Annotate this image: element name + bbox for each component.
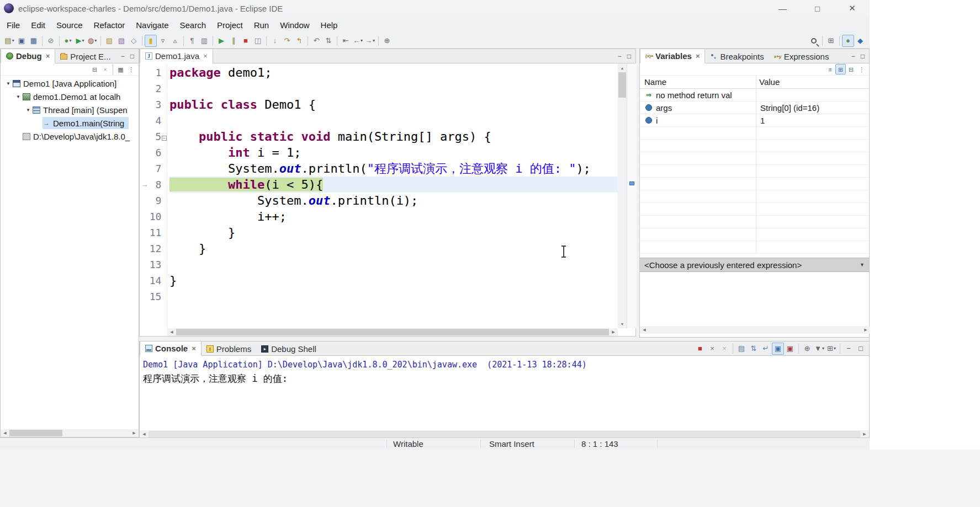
variable-row[interactable]: ⇒no method return val xyxy=(640,89,869,102)
code-area[interactable]: package demo1;public class Demo1 { publi… xyxy=(167,63,618,328)
scroll-track[interactable] xyxy=(9,429,130,437)
code-line[interactable] xyxy=(169,113,618,129)
display-selected-console-button[interactable]: ▼▾ xyxy=(813,343,825,355)
tab-breakpoints[interactable]: Breakpoints xyxy=(705,49,769,63)
terminate-console-button[interactable]: ■ xyxy=(694,343,706,355)
use-step-filters-button[interactable]: ⇅ xyxy=(322,35,335,47)
scroll-track[interactable] xyxy=(649,326,861,334)
overview-ruler[interactable] xyxy=(627,63,637,328)
expanded-chevron-icon[interactable]: ▼ xyxy=(24,108,33,113)
menu-item-refactor[interactable]: Refactor xyxy=(88,17,131,33)
open-console-button[interactable]: ⊞▾ xyxy=(825,343,838,355)
gutter-row[interactable]: 1 xyxy=(140,65,167,81)
code-line[interactable]: public class Demo1 { xyxy=(169,97,618,113)
tab-console[interactable]: Console× xyxy=(140,341,202,356)
minimize-console-button[interactable]: − xyxy=(843,343,855,355)
show-logical-structures-button[interactable]: ⊞ xyxy=(835,64,846,74)
gutter-row[interactable]: 5− xyxy=(140,129,167,145)
suspend-button[interactable]: ∥ xyxy=(227,35,240,47)
minimize-view-button[interactable]: − xyxy=(618,52,622,60)
minimize-view-button[interactable]: − xyxy=(121,52,125,60)
menu-item-navigate[interactable]: Navigate xyxy=(130,17,174,33)
terminate-button[interactable]: ■ xyxy=(240,35,252,47)
code-line[interactable]: public static void main(String[] args) { xyxy=(169,129,618,145)
gutter-row[interactable]: →8 xyxy=(140,177,167,193)
tab-debug-shell[interactable]: Debug Shell xyxy=(256,341,321,356)
gutter-row[interactable]: 13 xyxy=(140,257,167,273)
open-perspective-button[interactable]: ⊞ xyxy=(825,35,837,47)
debug-horizontal-scrollbar[interactable]: ◀ ▶ xyxy=(1,429,139,437)
tree-item[interactable]: D:\Develop\Java\jdk1.8.0_ xyxy=(1,130,139,143)
show-on-stdout-button[interactable]: ▣ xyxy=(772,343,784,355)
step-return-button[interactable]: ↰ xyxy=(293,35,305,47)
gutter-row[interactable]: 4 xyxy=(140,113,167,129)
disconnect-button[interactable]: ◫ xyxy=(252,35,264,47)
tree-item[interactable]: ▼Thread [main] (Suspen xyxy=(1,103,139,116)
skip-all-breakpoints-button[interactable]: ⊘ xyxy=(45,35,57,47)
close-icon[interactable]: × xyxy=(192,344,196,353)
save-all-button[interactable]: ▦ xyxy=(28,35,40,47)
gutter-row[interactable]: 11 xyxy=(140,225,167,241)
menu-item-file[interactable]: File xyxy=(1,17,25,33)
minimize-view-button[interactable]: − xyxy=(851,52,855,60)
scroll-right-icon[interactable]: ▶ xyxy=(609,328,618,336)
debug-perspective-button[interactable]: ● xyxy=(842,35,854,47)
scroll-up-icon[interactable]: ▲ xyxy=(618,63,627,72)
scroll-left-icon[interactable]: ◀ xyxy=(640,326,649,334)
scroll-left-icon[interactable]: ◀ xyxy=(140,430,149,438)
console-horizontal-scrollbar[interactable]: ◀ ▶ xyxy=(140,430,869,438)
code-line[interactable]: } xyxy=(169,241,618,257)
gutter-row[interactable]: 2 xyxy=(140,81,167,97)
remove-all-terminated-launches-button[interactable]: × xyxy=(718,343,730,355)
line-number-ruler[interactable]: 12345−67→89101112131415 xyxy=(140,63,167,328)
tab-problems[interactable]: Problems xyxy=(202,341,256,356)
variable-row[interactable]: argsString[0] (id=16) xyxy=(640,102,869,114)
collapse-all-button[interactable]: ⊟ xyxy=(846,64,856,74)
drop-to-frame-button[interactable]: ↶ xyxy=(310,35,322,47)
window-minimize-button[interactable]: — xyxy=(765,0,800,17)
gutter-row[interactable]: 10 xyxy=(140,209,167,225)
fold-minus-box[interactable]: − xyxy=(162,136,167,141)
save-button[interactable]: ▣ xyxy=(15,35,28,47)
show-whitespace-button[interactable]: ¶ xyxy=(186,35,198,47)
previous-annotation-button[interactable]: ▵ xyxy=(169,35,181,47)
scroll-thumb[interactable] xyxy=(618,72,626,98)
next-annotation-button[interactable]: ▿ xyxy=(157,35,169,47)
gutter-row[interactable]: 9 xyxy=(140,193,167,209)
editor-horizontal-scrollbar[interactable]: ◀ ▶ xyxy=(167,328,618,336)
menu-item-project[interactable]: Project xyxy=(211,17,248,33)
scroll-right-icon[interactable]: ▶ xyxy=(861,326,870,334)
menu-item-search[interactable]: Search xyxy=(174,17,211,33)
gutter-row[interactable]: 6 xyxy=(140,145,167,161)
expression-combo[interactable]: <Choose a previously entered expression>… xyxy=(640,258,869,272)
find-actions-button[interactable] xyxy=(808,35,820,47)
tab-variables[interactable]: Variables× xyxy=(640,49,705,63)
pin-console-button[interactable]: ⊕ xyxy=(801,343,813,355)
show-on-stderr-button[interactable]: ▣ xyxy=(784,343,796,355)
current-line-marker[interactable] xyxy=(629,182,634,185)
variable-row[interactable]: i1 xyxy=(640,114,869,127)
scroll-right-icon[interactable]: ▶ xyxy=(860,430,869,438)
scroll-track[interactable] xyxy=(176,328,609,336)
step-into-button[interactable]: ↓ xyxy=(269,35,281,47)
maximize-view-button[interactable]: □ xyxy=(130,52,134,60)
scroll-left-icon[interactable]: ◀ xyxy=(1,429,9,437)
menu-item-edit[interactable]: Edit xyxy=(25,17,51,33)
new-java-class-button[interactable]: ▨ xyxy=(103,35,115,47)
scroll-lock-button[interactable]: ⇅ xyxy=(748,343,760,355)
remove-launch-button[interactable]: × xyxy=(706,343,718,355)
menu-item-help[interactable]: Help xyxy=(315,17,343,33)
code-line[interactable]: } xyxy=(169,273,618,289)
new-button[interactable]: ▤▾ xyxy=(3,35,15,47)
variables-horizontal-scrollbar[interactable]: ◀ ▶ xyxy=(640,326,870,334)
window-maximize-button[interactable]: □ xyxy=(800,0,835,17)
chevron-down-icon[interactable]: ▼ xyxy=(860,262,865,268)
step-over-button[interactable]: ↷ xyxy=(281,35,293,47)
code-line[interactable]: package demo1; xyxy=(169,65,618,81)
mark-occurrences-button[interactable]: ▮ xyxy=(145,35,157,47)
menu-item-source[interactable]: Source xyxy=(51,17,88,33)
resume-button[interactable]: ▶ xyxy=(215,35,227,47)
back-button[interactable]: ←▾ xyxy=(352,35,364,47)
tab-expressions[interactable]: Expressions xyxy=(769,49,834,63)
clear-console-button[interactable]: ▤ xyxy=(735,343,748,355)
